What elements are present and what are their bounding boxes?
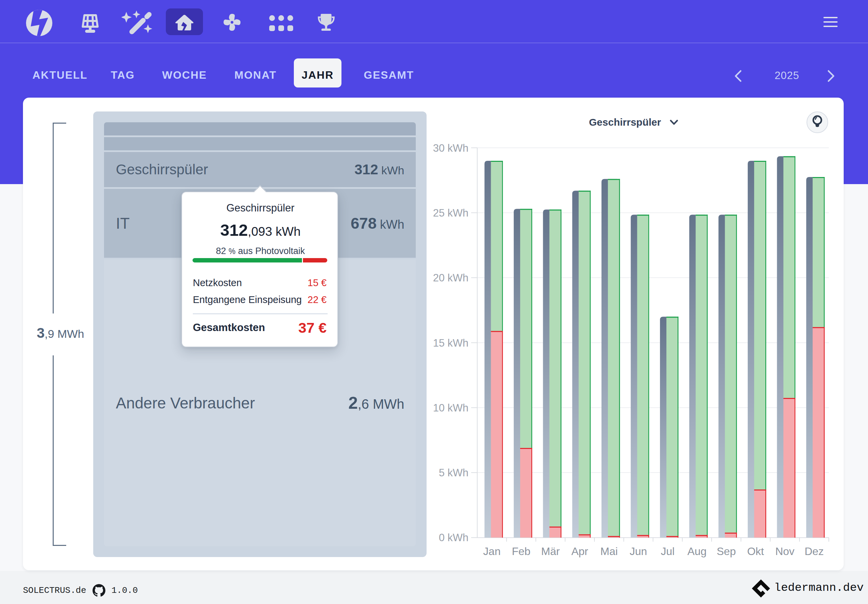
svg-text:Feb: Feb xyxy=(512,545,531,557)
svg-text:Sep: Sep xyxy=(717,545,736,557)
svg-text:0 kWh: 0 kWh xyxy=(439,532,468,543)
svg-text:5 kWh: 5 kWh xyxy=(439,467,468,479)
svg-text:Mär: Mär xyxy=(541,545,560,557)
svg-text:25 kWh: 25 kWh xyxy=(433,207,468,219)
svg-text:Okt: Okt xyxy=(747,545,764,557)
svg-text:Aug: Aug xyxy=(687,545,707,557)
svg-text:Apr: Apr xyxy=(572,545,588,557)
svg-text:Dez: Dez xyxy=(804,545,824,557)
svg-text:Jul: Jul xyxy=(660,545,674,557)
svg-text:Mai: Mai xyxy=(600,545,618,557)
svg-text:Jun: Jun xyxy=(629,545,647,557)
svg-text:15 kWh: 15 kWh xyxy=(433,337,468,349)
svg-text:30 kWh: 30 kWh xyxy=(433,142,468,154)
svg-text:20 kWh: 20 kWh xyxy=(433,272,468,284)
svg-text:10 kWh: 10 kWh xyxy=(433,402,468,414)
svg-text:Jan: Jan xyxy=(483,545,501,557)
svg-text:Nov: Nov xyxy=(775,545,794,557)
